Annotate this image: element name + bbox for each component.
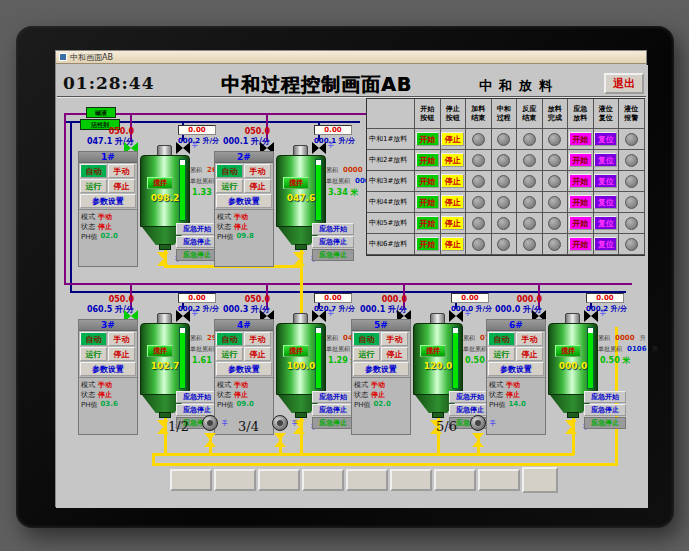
level-bar: [315, 327, 322, 389]
row-emergency-button[interactable]: 开始: [569, 174, 592, 188]
row-reset-button[interactable]: 复位: [594, 132, 617, 146]
row-reset-button[interactable]: 复位: [594, 237, 617, 251]
row-stop-button[interactable]: 停止: [441, 174, 464, 188]
manual-button[interactable]: 手动: [516, 332, 543, 346]
emergency-start-button[interactable]: 应急开始: [176, 391, 218, 403]
auto-button[interactable]: 自动: [80, 164, 107, 178]
nav-button[interactable]: [390, 469, 432, 491]
nav-button[interactable]: [434, 469, 476, 491]
row-reset-button[interactable]: 复位: [594, 195, 617, 209]
manual-button[interactable]: 手动: [108, 332, 135, 346]
manual-button[interactable]: 手动: [108, 164, 135, 178]
nav-button[interactable]: [522, 467, 558, 493]
stop-button[interactable]: 停止: [381, 347, 408, 361]
params-button[interactable]: 参数设置: [488, 362, 544, 376]
params-button[interactable]: 参数设置: [216, 362, 272, 376]
emergency-start-button[interactable]: 应急开始: [176, 223, 218, 235]
row-stop-button[interactable]: 停止: [441, 237, 464, 251]
emergency-stop-button[interactable]: 应急停止: [312, 404, 354, 416]
manual-button[interactable]: 手动: [381, 332, 408, 346]
row-emergency-button[interactable]: 开始: [569, 153, 592, 167]
emergency-stop-button[interactable]: 应急停止: [312, 236, 354, 248]
ph-label: PH值: [81, 400, 98, 410]
auto-button[interactable]: 自动: [216, 164, 243, 178]
auto-button[interactable]: 自动: [80, 332, 107, 346]
stir-button[interactable]: 搅拌: [283, 345, 309, 357]
row-stop-button[interactable]: 停止: [441, 216, 464, 230]
stop-button[interactable]: 停止: [244, 347, 271, 361]
emergency-stop-button[interactable]: 应急停止: [584, 404, 626, 416]
stop-button[interactable]: 停止: [108, 347, 135, 361]
params-button[interactable]: 参数设置: [80, 362, 136, 376]
manual-button[interactable]: 手动: [244, 332, 271, 346]
nav-button[interactable]: [302, 469, 344, 491]
run-button[interactable]: 运行: [80, 179, 107, 193]
row-emergency-button[interactable]: 开始: [569, 237, 592, 251]
emergency-start-button[interactable]: 应急开始: [312, 223, 354, 235]
emergency-start-button[interactable]: 应急开始: [449, 391, 491, 403]
stop-button[interactable]: 停止: [244, 179, 271, 193]
run-button[interactable]: 运行: [353, 347, 380, 361]
nav-button[interactable]: [346, 469, 388, 491]
ph-value: 02.0: [374, 400, 391, 410]
params-button[interactable]: 参数设置: [80, 194, 136, 208]
accumulator-readouts: 累积 0000 升 单批累积 0106 升: [598, 325, 654, 347]
row-start-button[interactable]: 开始: [416, 174, 439, 188]
stir-button[interactable]: 搅拌: [147, 345, 173, 357]
auto-button[interactable]: 自动: [216, 332, 243, 346]
row-start-button[interactable]: 开始: [416, 153, 439, 167]
flow-meter: 0.00 000.2 升/分: [178, 125, 216, 146]
column-header: 液位复位: [594, 99, 620, 129]
row-start-button[interactable]: 开始: [416, 216, 439, 230]
run-button[interactable]: 运行: [216, 347, 243, 361]
discharge-done-lamp: [548, 133, 561, 146]
ph-value: 02.0: [101, 232, 118, 242]
unit-id: 2#: [215, 152, 273, 163]
row-reset-button[interactable]: 复位: [594, 153, 617, 167]
row-stop-button[interactable]: 停止: [441, 195, 464, 209]
row-stop-button[interactable]: 停止: [441, 132, 464, 146]
row-start-button[interactable]: 开始: [416, 237, 439, 251]
pipe: [152, 453, 155, 465]
mode-value: 手动: [234, 380, 248, 390]
stir-button[interactable]: 搅拌: [147, 177, 173, 189]
nav-button[interactable]: [170, 469, 212, 491]
row-reset-button[interactable]: 复位: [594, 216, 617, 230]
state-value: 停止: [234, 390, 248, 400]
bottom-navigation: [170, 469, 558, 493]
row-emergency-button[interactable]: 开始: [569, 132, 592, 146]
stir-button[interactable]: 搅拌: [420, 345, 446, 357]
emergency-start-button[interactable]: 应急开始: [584, 391, 626, 403]
mode-label: 模式: [354, 380, 368, 390]
nav-button[interactable]: [258, 469, 300, 491]
row-reset-button[interactable]: 复位: [594, 174, 617, 188]
nav-button[interactable]: [214, 469, 256, 491]
emergency-stop-button[interactable]: 应急停止: [176, 236, 218, 248]
inlet-valve-icon: [124, 139, 138, 151]
run-button[interactable]: 运行: [216, 179, 243, 193]
auto-button[interactable]: 自动: [488, 332, 515, 346]
stop-button[interactable]: 停止: [108, 179, 135, 193]
stir-button[interactable]: 搅拌: [283, 177, 309, 189]
mode-value: 手动: [98, 212, 112, 222]
exit-button[interactable]: 退出: [604, 73, 644, 94]
emergency-start-button[interactable]: 应急开始: [312, 391, 354, 403]
stop-button[interactable]: 停止: [516, 347, 543, 361]
params-button[interactable]: 参数设置: [353, 362, 409, 376]
tank-value: 000.0: [552, 361, 594, 371]
row-emergency-button[interactable]: 开始: [569, 216, 592, 230]
auto-button[interactable]: 自动: [353, 332, 380, 346]
manual-button[interactable]: 手动: [244, 164, 271, 178]
batch-value: 0106: [627, 345, 646, 353]
row-start-button[interactable]: 开始: [416, 132, 439, 146]
row-stop-button[interactable]: 停止: [441, 153, 464, 167]
stir-button[interactable]: 搅拌: [555, 345, 581, 357]
run-button[interactable]: 运行: [80, 347, 107, 361]
run-button[interactable]: 运行: [488, 347, 515, 361]
row-start-button[interactable]: 开始: [416, 195, 439, 209]
params-button[interactable]: 参数设置: [216, 194, 272, 208]
nav-button[interactable]: [478, 469, 520, 491]
row-emergency-button[interactable]: 开始: [569, 195, 592, 209]
unit-id: 4#: [215, 320, 273, 331]
flow-meter: 0.00 000.2 升/分: [178, 293, 216, 314]
